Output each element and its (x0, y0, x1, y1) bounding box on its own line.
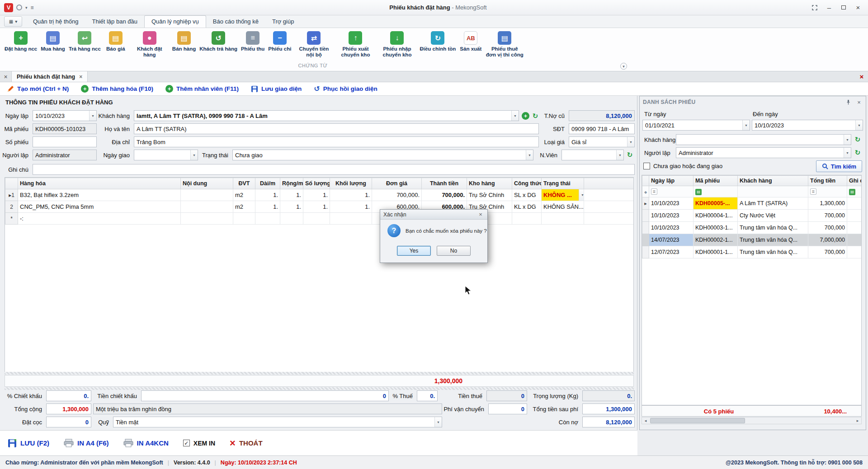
cell-ghi-chu[interactable] (847, 234, 862, 246)
add-customer-icon[interactable] (522, 112, 529, 120)
order-row-2[interactable]: 10/10/2023 KDH00004-1... Cty Nước Việt 7… (642, 210, 862, 222)
cell-rong[interactable] (280, 213, 303, 225)
cell-khoi-luong[interactable]: 1. (330, 189, 372, 201)
chevron-down-icon[interactable] (511, 111, 519, 121)
cell-dai[interactable]: 1. (255, 189, 280, 201)
cell-khoi-luong[interactable]: 1. (330, 201, 372, 213)
cell-ma[interactable]: KDH00001-1... (693, 246, 738, 258)
order-row-1[interactable]: ▸ 10/10/2023 KDH00005-... A Lâm TT (SATR… (642, 197, 862, 210)
horizontal-scrollbar[interactable]: ◂ ▸ (642, 417, 862, 424)
cell-dvt[interactable] (233, 213, 255, 225)
ribbon-button-tra-hang-ncc[interactable]: ↩Trả hàng ncc (67, 30, 103, 53)
cell-noi-dung[interactable] (181, 213, 233, 225)
cell-noi-dung[interactable] (181, 201, 233, 213)
cell-trang-thai[interactable] (542, 213, 584, 225)
cell-trang-thai[interactable]: KHÔNG SẢN... (542, 201, 584, 213)
col-rong[interactable]: Rộng/m (280, 178, 303, 189)
cell-tien[interactable]: 700,000 (808, 222, 847, 234)
chevron-down-icon[interactable] (627, 137, 634, 147)
con-no-field[interactable]: 8,120,000 (582, 417, 635, 427)
horizontal-splitter[interactable] (5, 387, 634, 390)
search-button[interactable]: Tìm kiếm (816, 160, 862, 172)
save-layout-button[interactable]: Lưu giao diện (251, 85, 302, 93)
cell-so-luong[interactable]: 1. (303, 189, 330, 201)
chevron-down-icon[interactable] (434, 417, 442, 427)
close-tab-button[interactable]: × (0, 71, 12, 82)
marker-column-header[interactable] (5, 178, 18, 189)
app-menu-button[interactable]: ▦▾ (4, 16, 22, 27)
tong-tien-sau-phi-field[interactable]: 1,300,000 (582, 403, 635, 414)
ribbon-button-phieu-xuat-chuyen-kho[interactable]: ↑Phiếu xuất chuyển kho (335, 30, 376, 59)
equals-filter-icon[interactable] (651, 188, 657, 195)
tong-cong-chu-field[interactable]: Một triệu ba trăm nghìn đồng (93, 403, 442, 414)
cell-dvt[interactable]: m2 (233, 189, 255, 201)
dat-coc-field[interactable]: 0 (46, 417, 91, 427)
col-ghi-chu[interactable]: Ghi chú (847, 176, 862, 186)
equals-filter-icon[interactable] (810, 188, 816, 195)
cell-khach[interactable]: Cty Nước Việt (738, 210, 808, 222)
cell-ngay[interactable]: 10/10/2023 (649, 210, 693, 222)
tien-thue-field[interactable]: 0 (486, 390, 527, 401)
cell-tien[interactable]: 700,000 (808, 210, 847, 222)
scrollbar-thumb[interactable] (650, 418, 745, 423)
chevron-down-icon[interactable] (579, 189, 584, 201)
thue-pct-field[interactable]: 0. (417, 390, 438, 401)
filter-ma-cell[interactable] (693, 186, 738, 197)
cell-hang-hoa[interactable]: B32, Bạt hiflex 3.2zem (18, 189, 181, 201)
dialog-close-icon[interactable]: × (477, 211, 484, 218)
chevron-down-icon[interactable] (190, 150, 198, 160)
horizontal-splitter[interactable] (5, 372, 634, 375)
ribbon-button-san-xuat[interactable]: ABSản xuất (458, 30, 484, 53)
exit-button[interactable]: ×THOÁT (230, 438, 263, 448)
filter-icon[interactable] (849, 189, 855, 195)
cell-khach[interactable]: Trung tâm văn hóa Q... (738, 222, 808, 234)
col-ma-phieu[interactable]: Mã phiếu (693, 176, 738, 186)
chiet-khau-pct-field[interactable]: 0. (46, 390, 91, 401)
print-a4kcn-button[interactable]: IN A4KCN (123, 439, 169, 447)
chevron-down-icon[interactable]: ▾ (25, 5, 28, 10)
ngay-lap-field[interactable]: 10/10/2023 (33, 110, 97, 121)
cell-hang-hoa[interactable]: -: (18, 213, 181, 225)
col-don-gia[interactable]: Đơn giá (372, 178, 422, 189)
chevron-down-icon[interactable] (616, 150, 623, 160)
scroll-left-icon[interactable]: ◂ (642, 417, 649, 424)
ngay-giao-field[interactable] (134, 150, 198, 160)
cell-cong-thuc[interactable]: SL x DG (512, 189, 542, 201)
ribbon-button-chuyen-tien-noi-bo[interactable]: ⇄Chuyển tiền nội bộ (293, 30, 335, 59)
nguoi-lap-field[interactable]: Administrator (33, 150, 97, 160)
filter-tien-cell[interactable] (808, 186, 847, 197)
trang-thai-field[interactable]: Chưa giao (232, 150, 533, 160)
n-vien-field[interactable] (561, 150, 624, 160)
dialog-title-bar[interactable]: Xác nhận × (380, 210, 487, 220)
cell-rong[interactable]: 1. (280, 201, 303, 213)
cell-khoi-luong[interactable] (330, 213, 372, 225)
tien-chiet-khau-field[interactable]: 0 (141, 390, 389, 401)
chevron-down-icon[interactable] (526, 150, 533, 160)
customize-toolbar-icon[interactable]: ≡ (31, 5, 34, 11)
print-a4-button[interactable]: IN A4 (F6) (64, 439, 108, 447)
tab-quan-ly-nghiep-vu[interactable]: Quản lý nghiệp vụ (144, 15, 206, 28)
fullscreen-button[interactable] (808, 3, 821, 13)
tong-cong-field[interactable]: 1,300,000 (46, 403, 91, 414)
cell-ghi-chu[interactable] (847, 246, 862, 258)
filter-marker-cell[interactable] (642, 186, 649, 197)
col-noi-dung[interactable]: Nội dung (181, 178, 233, 189)
ma-phieu-field[interactable]: KDH00005-101023 (33, 123, 97, 134)
ribbon-button-phieu-chi[interactable]: −Phiếu chi (266, 30, 293, 53)
cell-so-luong[interactable] (303, 213, 330, 225)
sdt-field[interactable]: 0909 990 718 - A Lâm (569, 123, 635, 134)
den-ngay-field[interactable]: 10/10/2023 (752, 120, 863, 131)
yes-button[interactable]: Yes (397, 246, 431, 256)
ribbon-button-ban-hang[interactable]: ▤Bán hàng (170, 30, 198, 53)
order-row-5[interactable]: 12/07/2023 KDH00001-1... Trung tâm văn h… (642, 246, 862, 258)
ribbon-button-phieu-thue-don-vi-thi-cong[interactable]: ▤Phiếu thuê đơn vị thi công (484, 30, 525, 59)
save-button[interactable]: LƯU (F2) (8, 439, 49, 448)
ribbon-button-khach-tra-hang[interactable]: ↺Khách trả hàng (198, 30, 239, 53)
checkbox-checked-icon[interactable] (183, 440, 190, 446)
chevron-down-icon[interactable] (844, 148, 851, 158)
panel-khach-hang-field[interactable] (676, 134, 851, 145)
cell-ma[interactable]: KDH00005-... (693, 197, 738, 210)
cell-ngay[interactable]: 10/10/2023 (649, 222, 693, 234)
row-marker[interactable]: 2 (5, 201, 18, 213)
close-all-tabs-button[interactable]: × (855, 71, 868, 82)
